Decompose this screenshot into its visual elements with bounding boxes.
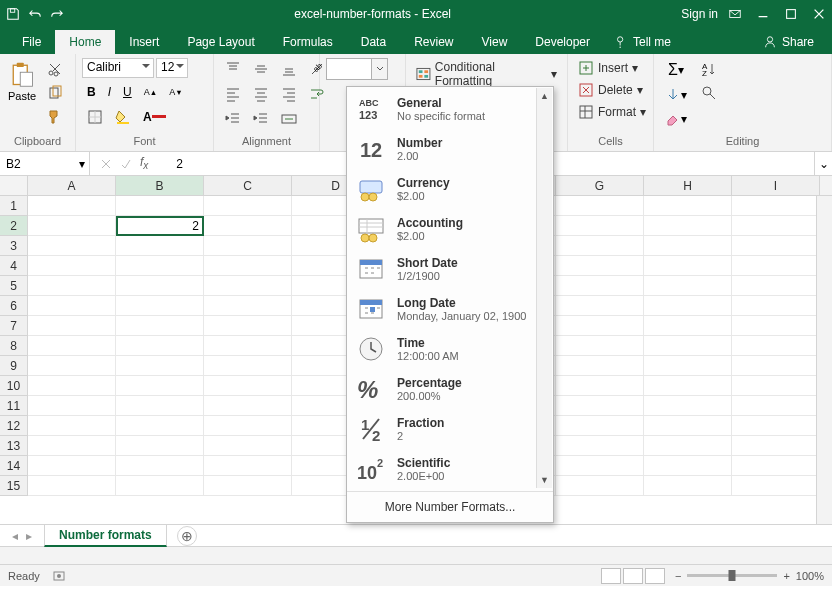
find-select-button[interactable] — [696, 82, 722, 104]
number-format-option-currency[interactable]: Currency$2.00 — [347, 169, 553, 209]
cell[interactable] — [732, 276, 820, 296]
cell[interactable] — [116, 316, 204, 336]
cell[interactable] — [644, 236, 732, 256]
cell[interactable] — [556, 476, 644, 496]
fill-color-button[interactable] — [110, 106, 136, 128]
sort-filter-button[interactable]: AZ — [696, 58, 722, 80]
font-size-combo[interactable]: 12 — [156, 58, 188, 78]
font-color-button[interactable]: A — [138, 107, 171, 127]
font-name-combo[interactable]: Calibri — [82, 58, 154, 78]
tab-home[interactable]: Home — [55, 30, 115, 54]
scroll-down-icon[interactable]: ▼ — [540, 475, 549, 485]
expand-formula-bar[interactable]: ⌄ — [814, 152, 832, 175]
cell[interactable] — [556, 316, 644, 336]
cell[interactable] — [644, 256, 732, 276]
cell[interactable] — [556, 416, 644, 436]
cell[interactable] — [644, 396, 732, 416]
cell[interactable] — [732, 236, 820, 256]
row-header-14[interactable]: 14 — [0, 456, 28, 476]
cell[interactable] — [556, 216, 644, 236]
cell[interactable] — [28, 216, 116, 236]
cell[interactable] — [732, 396, 820, 416]
cell[interactable] — [644, 276, 732, 296]
increase-font-button[interactable]: A▲ — [139, 84, 162, 100]
cell[interactable] — [644, 296, 732, 316]
cell[interactable] — [556, 436, 644, 456]
decrease-font-button[interactable]: A▼ — [164, 84, 187, 100]
cell[interactable] — [556, 296, 644, 316]
insert-function-button[interactable]: fx — [140, 155, 148, 171]
cell[interactable] — [204, 316, 292, 336]
undo-icon[interactable] — [28, 7, 42, 21]
cell[interactable] — [732, 456, 820, 476]
number-format-option-accounting[interactable]: Accounting $2.00 — [347, 209, 553, 249]
cell[interactable] — [644, 356, 732, 376]
cell[interactable] — [644, 216, 732, 236]
cell[interactable] — [204, 216, 292, 236]
tab-page-layout[interactable]: Page Layout — [173, 30, 268, 54]
cell[interactable] — [732, 336, 820, 356]
close-icon[interactable] — [812, 7, 826, 21]
tell-me[interactable]: Tell me — [604, 30, 681, 54]
merge-center-button[interactable] — [276, 108, 302, 130]
cell[interactable] — [644, 336, 732, 356]
more-number-formats[interactable]: More Number Formats... — [347, 491, 553, 522]
cell[interactable] — [116, 256, 204, 276]
row-header-3[interactable]: 3 — [0, 236, 28, 256]
col-header-B[interactable]: B — [116, 176, 204, 195]
maximize-icon[interactable] — [784, 7, 798, 21]
number-format-option-number[interactable]: 12Number2.00 — [347, 129, 553, 169]
italic-button[interactable]: I — [103, 82, 116, 102]
cell[interactable] — [204, 296, 292, 316]
row-header-12[interactable]: 12 — [0, 416, 28, 436]
cell[interactable] — [28, 456, 116, 476]
number-format-option-scientific[interactable]: 102Scientific2.00E+00 — [347, 449, 553, 489]
number-format-option-fraction[interactable]: 12Fraction2 — [347, 409, 553, 449]
cell[interactable] — [556, 276, 644, 296]
prev-sheet-icon[interactable]: ◂ — [12, 529, 18, 543]
decrease-indent-button[interactable] — [220, 108, 246, 130]
cell[interactable] — [28, 196, 116, 216]
cell[interactable] — [556, 256, 644, 276]
cell[interactable] — [732, 196, 820, 216]
bold-button[interactable]: B — [82, 82, 101, 102]
name-box[interactable]: B2 ▾ — [0, 152, 90, 175]
row-header-13[interactable]: 13 — [0, 436, 28, 456]
cancel-formula-icon[interactable] — [100, 158, 112, 170]
cell[interactable] — [556, 456, 644, 476]
cell[interactable] — [204, 236, 292, 256]
row-header-15[interactable]: 15 — [0, 476, 28, 496]
cell[interactable] — [204, 436, 292, 456]
borders-button[interactable] — [82, 106, 108, 128]
cell[interactable] — [28, 356, 116, 376]
cell[interactable] — [116, 296, 204, 316]
cell[interactable] — [732, 316, 820, 336]
cell[interactable] — [28, 236, 116, 256]
cell[interactable] — [732, 356, 820, 376]
cell[interactable] — [204, 396, 292, 416]
select-all-corner[interactable] — [0, 176, 28, 195]
cell[interactable] — [732, 436, 820, 456]
cell[interactable] — [644, 376, 732, 396]
fill-button[interactable]: ▾ — [660, 84, 692, 106]
sheet-tab-active[interactable]: Number formats — [44, 524, 167, 547]
next-sheet-icon[interactable]: ▸ — [26, 529, 32, 543]
row-header-9[interactable]: 9 — [0, 356, 28, 376]
cell[interactable] — [28, 436, 116, 456]
cell[interactable] — [28, 296, 116, 316]
row-header-8[interactable]: 8 — [0, 336, 28, 356]
row-header-7[interactable]: 7 — [0, 316, 28, 336]
col-header-H[interactable]: H — [644, 176, 732, 195]
cell[interactable] — [556, 236, 644, 256]
cell[interactable] — [732, 296, 820, 316]
cell[interactable] — [28, 316, 116, 336]
cut-button[interactable] — [42, 58, 68, 80]
macro-record-icon[interactable] — [52, 569, 66, 583]
zoom-in-button[interactable]: + — [783, 570, 789, 582]
cell[interactable] — [116, 336, 204, 356]
col-header-C[interactable]: C — [204, 176, 292, 195]
row-header-1[interactable]: 1 — [0, 196, 28, 216]
clear-button[interactable]: ▾ — [660, 108, 692, 130]
new-sheet-button[interactable]: ⊕ — [177, 526, 197, 546]
cell[interactable] — [28, 336, 116, 356]
